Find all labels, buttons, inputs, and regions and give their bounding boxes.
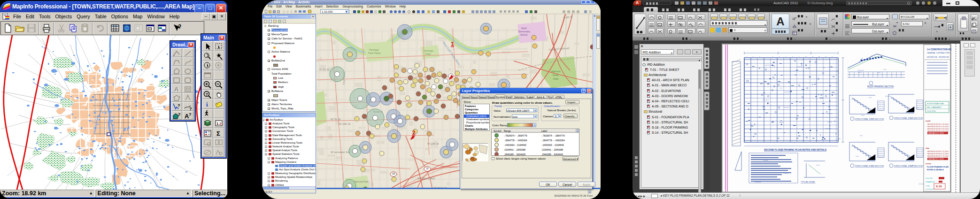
svg-text:Nash: Nash (521, 27, 527, 30)
svg-text:Elementary: Elementary (518, 30, 531, 33)
svg-text:Harrold Park: Harrold Park (354, 180, 369, 183)
svg-text:REVISION NOTE 3 09-2010: REVISION NOTE 3 09-2010 (927, 128, 949, 130)
svg-text:Park Plaza: Park Plaza (368, 52, 381, 54)
svg-text:Field: Field (553, 74, 558, 77)
svg-text:STRUCTURAL STAIR SECTION: STRUCTURAL STAIR SECTION (894, 165, 923, 167)
svg-text:199: 199 (392, 173, 395, 175)
svg-text:REVISION NOTE 7 11-2010: REVISION NOTE 7 11-2010 (927, 155, 949, 157)
svg-text:BARNADOS 2 08-W: BARNADOS 2 08-W (928, 132, 944, 134)
svg-text:Park: Park (425, 53, 431, 55)
svg-text:A: A (174, 86, 179, 93)
svg-text:crmg: crmg (926, 185, 929, 187)
svg-text:REVISION NOTE 2 09-2010: REVISION NOTE 2 09-2010 (927, 126, 949, 128)
svg-text:W 13th St: W 13th St (427, 142, 439, 145)
svg-text:TYPICAL DETAIL: TYPICAL DETAIL (801, 181, 816, 183)
svg-text:SOUTH TEXAS PLAN: SOUTH TEXAS PLAN (927, 103, 944, 105)
svg-text:J+I CONSTRUCTION INC: J+I CONSTRUCTION INC (927, 48, 951, 51)
svg-text:W 5th St: W 5th St (319, 68, 330, 71)
svg-text:REVISION NOTE 5 11-2010: REVISION NOTE 5 11-2010 (927, 151, 949, 153)
svg-text:FLOOR FRAMING PLAN: FLOOR FRAMING PLAN (927, 166, 949, 168)
svg-text:NOTES & DETAILS: NOTES & DETAILS (927, 168, 944, 171)
svg-text:GENERAL CONTRACTORS: GENERAL CONTRACTORS (927, 52, 950, 54)
svg-text:SHOWROOM: SHOWROOM (927, 56, 937, 58)
svg-text:REVISION NOTE 1 09-2010: REVISION NOTE 1 09-2010 (927, 123, 949, 125)
svg-text:SECOND FLOOR FRAMING PLAN NOTE: SECOND FLOOR FRAMING PLAN NOTES AND DETA… (764, 148, 827, 151)
svg-text:School: School (520, 33, 527, 36)
svg-text:W Lancaster Ave: W Lancaster Ave (331, 151, 350, 153)
svg-text:Σ: Σ (216, 130, 220, 137)
svg-text:W 7th St: W 7th St (331, 118, 341, 121)
svg-text:i: i (206, 101, 208, 108)
svg-text:STRUCTURAL STAIR SECTION: STRUCTURAL STAIR SECTION (894, 117, 923, 119)
svg-text:STRUCTURAL STAIR SECTION: STRUCTURAL STAIR SECTION (855, 118, 884, 120)
svg-text:1: 1 (216, 122, 219, 126)
svg-text:?: ? (206, 92, 208, 96)
svg-text:2: 2 (219, 122, 222, 126)
svg-text:W 10th St: W 10th St (339, 122, 351, 125)
svg-text:W Vickery Blvd: W Vickery Blvd (417, 177, 435, 180)
svg-text:ROOF FRAMING SECTION: ROOF FRAMING SECTION (867, 85, 894, 88)
svg-text:REV 2 BASEMENT: REV 2 BASEMENT (927, 107, 942, 108)
svg-text:Harmon: Harmon (551, 70, 561, 73)
svg-text:SHOWROOM: SHOWROOM (939, 56, 949, 58)
svg-text:Heritage: Heritage (424, 49, 433, 52)
svg-text:STRUCTURAL STAIR SECTION: STRUCTURAL STAIR SECTION (855, 165, 884, 167)
svg-text:1: 1 (451, 41, 454, 47)
svg-text:Park: Park (553, 77, 559, 80)
svg-text:30: 30 (426, 168, 429, 170)
svg-text:clap: clap (926, 147, 929, 149)
svg-text:?: ? (178, 23, 181, 30)
svg-text:10-42-2010: 10-42-2010 (927, 110, 935, 112)
svg-text:Heritage: Heritage (369, 48, 379, 51)
svg-text:S-16: S-16 (936, 185, 942, 188)
svg-text:REVISION NOTE 6 11-2010: REVISION NOTE 6 11-2010 (927, 153, 949, 155)
svg-text:?: ? (189, 112, 192, 117)
svg-text:?: ? (178, 112, 181, 117)
svg-text:sheet No: sheet No (926, 177, 933, 179)
svg-text:BARNADOS 2 08-W: BARNADOS 2 08-W (928, 158, 944, 160)
svg-text:scnew: scnew (926, 163, 931, 165)
svg-text:DRAWN BY: DRAWN BY (926, 181, 935, 183)
svg-text:?: ? (177, 103, 180, 108)
svg-text:serving ad: serving ad (926, 188, 934, 190)
svg-text:noted: noted (926, 120, 931, 122)
